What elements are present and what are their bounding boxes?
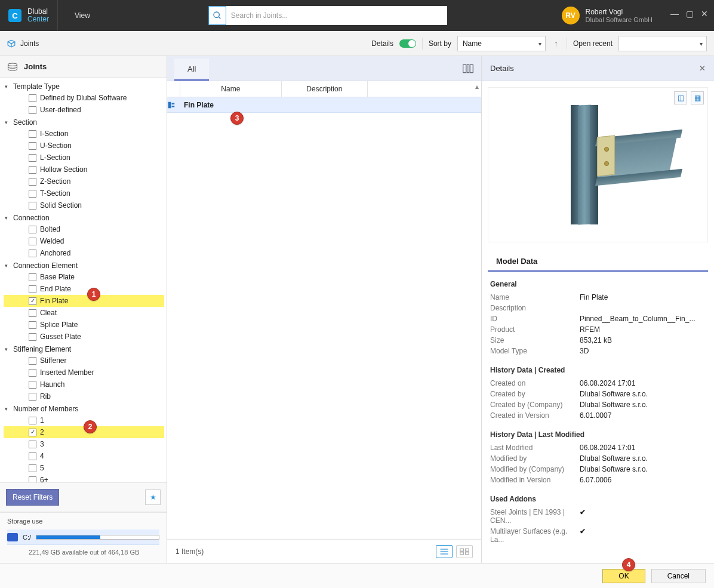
filter-item[interactable]: 5: [4, 462, 164, 474]
marker-4: 4: [622, 558, 635, 571]
storage-text: 221,49 GB available out of 464,18 GB: [7, 549, 159, 556]
close-details-icon[interactable]: ✕: [699, 64, 706, 73]
filter-item[interactable]: Cleat: [4, 307, 164, 319]
filter-item[interactable]: User-defined: [4, 104, 164, 116]
col-name[interactable]: Name: [180, 81, 282, 97]
filter-item[interactable]: Gusset Plate: [4, 331, 164, 343]
open-recent-select[interactable]: ▾: [618, 36, 707, 51]
stack-icon: [7, 63, 18, 71]
filter-item[interactable]: Hollow Section: [4, 164, 164, 176]
svg-rect-17: [466, 552, 469, 554]
avatar[interactable]: RV: [562, 7, 580, 24]
sortby-value: Name: [463, 39, 482, 48]
cancel-button[interactable]: Cancel: [651, 569, 706, 583]
grid-view-button[interactable]: [456, 545, 473, 558]
filter-item[interactable]: Z-Section: [4, 176, 164, 187]
sortby-label: Sort by: [429, 39, 451, 48]
filter-item[interactable]: Inserted Member: [4, 367, 164, 378]
filter-item[interactable]: 4: [4, 450, 164, 462]
user-name: Robert Vogl: [586, 8, 653, 16]
col-description[interactable]: Description: [282, 81, 368, 97]
svg-rect-5: [463, 64, 466, 72]
sidebar-header: Joints: [0, 56, 167, 78]
marker-2: 2: [84, 420, 97, 433]
filter-item[interactable]: 6+: [4, 474, 164, 482]
group-template-type[interactable]: ▾Template Type: [4, 81, 164, 92]
joints-icon: [7, 39, 16, 48]
check-icon: ✔: [580, 527, 706, 544]
user-company: Dlubal Software GmbH: [586, 16, 653, 23]
filter-item[interactable]: Base Plate: [4, 271, 164, 283]
user-area: RV Robert Vogl Dlubal Software GmbH — ▢ …: [562, 7, 715, 24]
image-icon[interactable]: ▦: [691, 91, 704, 104]
filter-item[interactable]: 3: [4, 438, 164, 450]
list-view-button[interactable]: [436, 545, 453, 558]
sort-asc-button[interactable]: ↑: [552, 39, 561, 48]
table-row[interactable]: Fin Plate: [167, 97, 481, 113]
close-icon[interactable]: ✕: [701, 9, 708, 19]
view-3d-icon[interactable]: ◫: [674, 91, 687, 104]
filter-item[interactable]: Splice Plate: [4, 319, 164, 331]
svg-rect-8: [168, 101, 171, 108]
group-section[interactable]: ▾Section: [4, 117, 164, 128]
filter-item[interactable]: Welded: [4, 235, 164, 247]
svg-rect-6: [467, 64, 469, 72]
toolbar: Joints Details Sort by Name ▾ ↑ Open rec…: [0, 31, 714, 56]
filter-item[interactable]: Haunch: [4, 378, 164, 390]
search-icon[interactable]: [208, 6, 226, 25]
svg-rect-10: [172, 106, 175, 107]
columns-icon[interactable]: [462, 63, 474, 74]
center-panel: All Name Description ▴ Fin Plate 3 1 Ite…: [167, 56, 481, 563]
filter-item[interactable]: Rib: [4, 390, 164, 402]
filter-item[interactable]: Anchored: [4, 247, 164, 259]
favorite-button[interactable]: ★: [145, 490, 161, 505]
group-num-members[interactable]: ▾Number of Members: [4, 404, 164, 414]
filter-item[interactable]: Stiffener: [4, 355, 164, 367]
group-addons: Used Addons: [490, 491, 706, 507]
view-menu[interactable]: View: [57, 0, 107, 31]
sortby-select[interactable]: Name ▾: [457, 36, 546, 51]
group-stiffening-element[interactable]: ▾Stiffening Element: [4, 344, 164, 355]
filter-item[interactable]: I-Section: [4, 128, 164, 140]
group-connection[interactable]: ▾Connection: [4, 213, 164, 223]
filter-item[interactable]: Defined by Dlubal Software: [4, 92, 164, 104]
disk-icon: [7, 533, 18, 541]
reset-row: Reset Filters ★: [0, 482, 167, 512]
details-title: Details: [490, 64, 514, 73]
filter-item[interactable]: U-Section: [4, 140, 164, 152]
details-label: Details: [371, 39, 393, 48]
svg-rect-16: [460, 552, 464, 554]
drive-label: C:/: [23, 534, 31, 541]
brand-sub: Center: [27, 16, 49, 23]
center-footer: 1 Item(s): [167, 539, 481, 563]
svg-rect-9: [172, 103, 175, 104]
filter-item[interactable]: T-Section: [4, 187, 164, 199]
chevron-down-icon: ▾: [700, 40, 703, 47]
filter-fin-plate[interactable]: Fin Plate: [4, 295, 164, 307]
dialog-footer: 4 OK Cancel: [0, 563, 714, 588]
search-box: [208, 6, 447, 25]
details-panel: Details ✕ ◫ ▦ Model Data General NameFin…: [481, 56, 714, 563]
filter-item[interactable]: L-Section: [4, 152, 164, 164]
ok-button[interactable]: OK: [602, 569, 645, 583]
col-scroll: ▴: [368, 81, 481, 97]
toolbar-joints-label[interactable]: Joints: [20, 39, 39, 48]
open-recent-label: Open recent: [573, 39, 613, 48]
filter-item[interactable]: End Plate: [4, 283, 164, 295]
svg-rect-14: [460, 549, 464, 551]
chevron-down-icon: ▾: [538, 40, 541, 47]
maximize-icon[interactable]: ▢: [686, 9, 694, 19]
minimize-icon[interactable]: —: [670, 9, 679, 19]
group-created: History Data | Created: [490, 362, 706, 378]
filter-item[interactable]: Solid Section: [4, 199, 164, 211]
search-input[interactable]: [226, 6, 447, 25]
filter-item[interactable]: Bolted: [4, 223, 164, 235]
app-header: C Dlubal Center View RV Robert Vogl Dlub…: [0, 0, 714, 31]
group-connection-element[interactable]: ▾Connection Element: [4, 260, 164, 271]
preview-3d[interactable]: ◫ ▦: [488, 87, 708, 242]
reset-filters-button[interactable]: Reset Filters: [6, 489, 59, 506]
tab-all[interactable]: All: [174, 59, 209, 81]
main-area: Joints ▾Template Type Defined by Dlubal …: [0, 56, 714, 563]
svg-point-4: [8, 63, 17, 66]
details-toggle[interactable]: [399, 39, 416, 48]
